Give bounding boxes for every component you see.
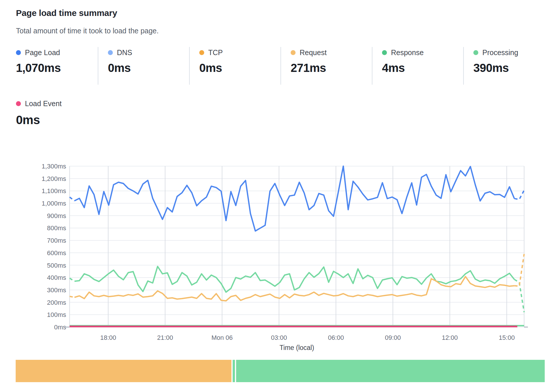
chart-line <box>70 278 75 281</box>
legend-item-response[interactable]: Response <box>382 47 463 58</box>
y-axis-tick-label: 900ms <box>47 212 66 219</box>
stat-value-response: 4ms <box>382 61 463 75</box>
page-subtitle: Total amount of time it took to load the… <box>16 27 159 35</box>
legend-item-request[interactable]: Request <box>291 47 372 58</box>
stat-label: DNS <box>117 48 132 57</box>
stat-label: Page Load <box>25 48 60 57</box>
chart-line <box>514 190 524 199</box>
chart-line <box>75 166 515 231</box>
summary-bar-segment-processing-span[interactable] <box>236 360 544 382</box>
stat-tcp: TCP 0ms <box>189 47 280 85</box>
page-load-time-chart[interactable]: 0ms100ms200ms300ms400ms500ms600ms700ms80… <box>0 157 554 357</box>
x-axis-tick-label: 21:00 <box>157 334 173 341</box>
x-axis-tick-label: Mon 06 <box>211 334 233 341</box>
dns-legend-dot-icon <box>108 50 113 55</box>
y-axis-tick-label: 700ms <box>47 237 66 244</box>
request-legend-dot-icon <box>291 50 296 55</box>
chart-line <box>70 296 75 297</box>
stat-dns: DNS 0ms <box>98 47 189 85</box>
x-axis-tick-label: 06:00 <box>328 334 344 341</box>
processing-legend-dot-icon <box>473 50 478 55</box>
y-axis-tick-label: 500ms <box>47 262 66 269</box>
y-axis-tick-label: 200ms <box>47 299 66 306</box>
load-event-legend-dot-icon <box>16 101 21 106</box>
x-axis-tick-label: 15:00 <box>499 334 515 341</box>
y-axis-tick-label: 600ms <box>47 249 66 257</box>
stat-value-request: 271ms <box>291 61 372 75</box>
chart-line <box>514 254 524 286</box>
stat-value-processing: 390ms <box>473 61 554 75</box>
stat-request: Request 271ms <box>280 47 372 85</box>
y-axis-tick-label: 300ms <box>47 286 66 294</box>
legend-item-page-load[interactable]: Page Load <box>16 47 98 58</box>
legend-item-load-event[interactable]: Load Event <box>16 98 62 109</box>
y-axis-tick-label: 1,000ms <box>42 200 66 207</box>
stat-label: Request <box>300 48 327 57</box>
metric-legend-row: Page Load 1,070ms DNS 0ms TCP 0ms Reques… <box>6 47 554 85</box>
x-axis-tick-label: 09:00 <box>385 334 401 341</box>
legend-item-dns[interactable]: DNS <box>108 47 189 58</box>
stat-value-load-event: 0ms <box>16 113 62 127</box>
stat-page-load: Page Load 1,070ms <box>6 47 98 85</box>
summary-bar-segment-request-span[interactable] <box>16 360 231 382</box>
x-axis-tick-label: 18:00 <box>100 334 116 341</box>
chart-line <box>75 266 515 292</box>
y-axis-tick-label: 100ms <box>47 311 66 318</box>
summary-bar-segment-response-span[interactable] <box>233 360 235 382</box>
chart-line <box>70 197 75 201</box>
stat-label: TCP <box>208 48 223 57</box>
legend-item-processing[interactable]: Processing <box>473 47 554 58</box>
x-axis-tick-label: 03:00 <box>271 334 287 341</box>
page-load-legend-dot-icon <box>16 50 21 55</box>
stat-processing: Processing 390ms <box>463 47 554 85</box>
stat-label: Response <box>391 48 424 57</box>
waterfall-summary-bar <box>16 360 545 382</box>
y-axis-tick-label: 400ms <box>47 274 66 281</box>
y-axis-tick-label: 1,300ms <box>42 163 66 170</box>
stat-label: Processing <box>482 48 518 57</box>
legend-item-tcp[interactable]: TCP <box>199 47 280 58</box>
stat-value-tcp: 0ms <box>199 61 280 75</box>
x-axis-title: Time (local) <box>280 344 314 351</box>
tcp-legend-dot-icon <box>199 50 204 55</box>
y-axis-tick-label: 1,100ms <box>42 187 66 195</box>
y-axis-tick-label: 1,200ms <box>42 175 66 182</box>
stat-label: Load Event <box>25 99 62 108</box>
page-title: Page load time summary <box>16 8 117 18</box>
y-axis-tick-label: 800ms <box>47 224 66 232</box>
stat-load-event: Load Event 0ms <box>16 98 62 127</box>
page-load-summary-panel: Page load time summary Total amount of t… <box>0 0 554 392</box>
stat-value-page-load: 1,070ms <box>16 61 98 75</box>
stat-response: Response 4ms <box>372 47 463 85</box>
y-axis-tick-label: 0ms <box>54 324 66 331</box>
x-axis-tick-label: 12:00 <box>442 334 458 341</box>
response-legend-dot-icon <box>382 50 387 55</box>
stat-value-dns: 0ms <box>108 61 189 75</box>
